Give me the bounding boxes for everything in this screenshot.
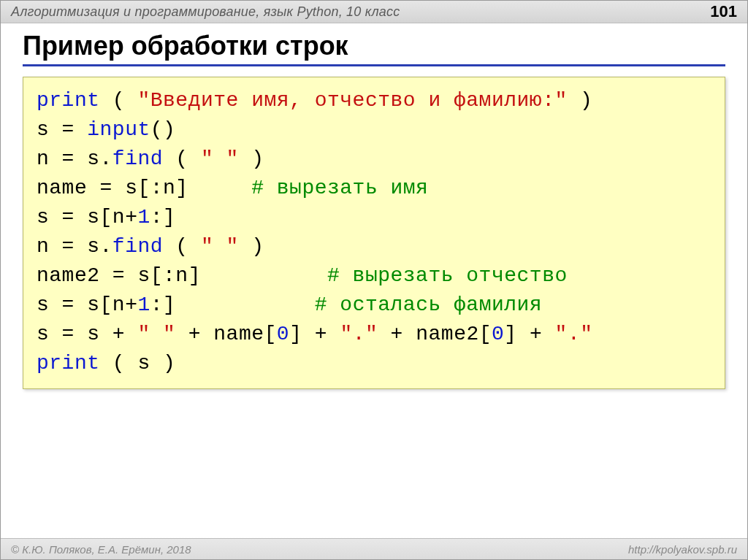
code-line-5: s = s[n+1:] [37,206,175,229]
site-url: http://kpolyakov.spb.ru [628,543,737,556]
topbar: Алгоритмизация и программирование, язык … [1,1,747,23]
subject: Алгоритмизация и программирование, язык … [11,4,400,20]
slide: Алгоритмизация и программирование, язык … [0,0,748,560]
code-line-7: name2 = s[:n] # вырезать отчество [37,264,568,287]
footer: © К.Ю. Поляков, Е.А. Ерёмин, 2018 http:/… [1,538,747,559]
code-line-6: n = s.find ( " " ) [37,235,264,258]
slide-title: Пример обработки строк [23,31,725,61]
code-line-4: name = s[:n] # вырезать имя [37,177,428,199]
code-line-9: s = s + " " + name[0] + "." + name2[0] +… [37,323,593,345]
code-line-10: print ( s ) [37,352,175,375]
title-rule [23,64,725,66]
content: Пример обработки строк print ( "Введите … [1,23,747,538]
copyright: © К.Ю. Поляков, Е.А. Ерёмин, 2018 [11,543,191,556]
code-line-1: print ( "Введите имя, отчество и фамилию… [37,89,592,112]
code-line-8: s = s[n+1:] # осталась фамилия [37,294,542,316]
code-box: print ( "Введите имя, отчество и фамилию… [23,77,725,389]
code-line-3: n = s.find ( " " ) [37,147,264,170]
page-number: 101 [710,2,737,21]
code-line-2: s = input() [37,118,175,141]
